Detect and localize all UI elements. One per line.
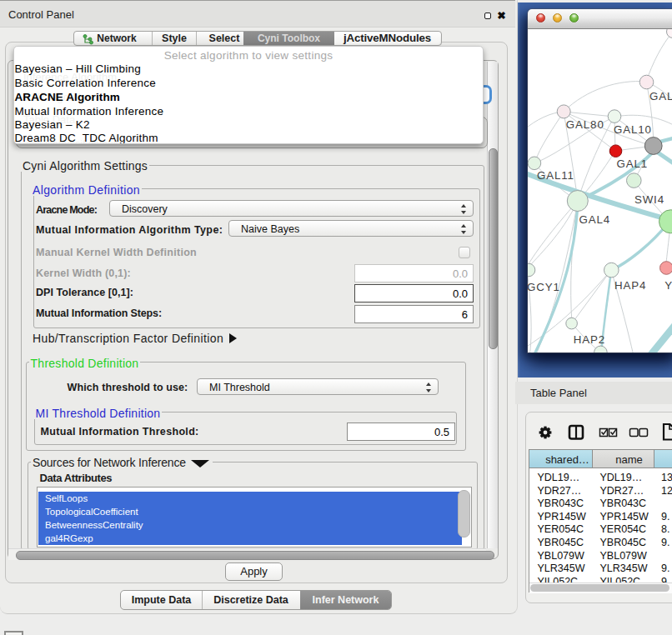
svg-text:HAP4: HAP4 xyxy=(614,279,646,292)
svg-text:GAL1: GAL1 xyxy=(617,158,649,170)
svg-text:GAL8: GAL8 xyxy=(649,90,672,102)
svg-text:SWI4: SWI4 xyxy=(634,193,664,206)
svg-text:HAP2: HAP2 xyxy=(574,333,605,346)
svg-text:GAL80: GAL80 xyxy=(566,118,604,131)
svg-text:GAL11: GAL11 xyxy=(537,169,574,182)
svg-text:GCY1: GCY1 xyxy=(528,281,560,293)
svg-text:GAL4: GAL4 xyxy=(579,213,610,226)
svg-text:GAL10: GAL10 xyxy=(614,123,652,136)
svg-text:YJ: YJ xyxy=(664,279,672,292)
